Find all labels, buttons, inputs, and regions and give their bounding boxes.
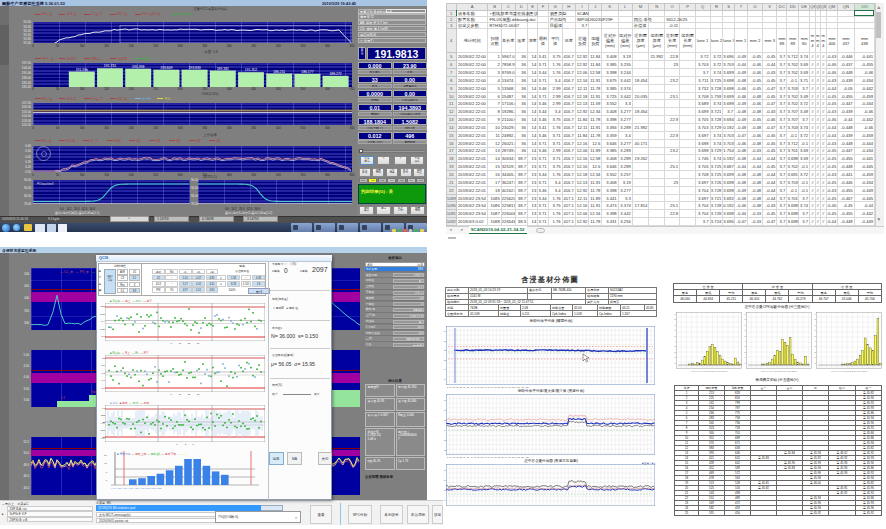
- svg-text:193.849: 193.849: [160, 65, 172, 69]
- svg-text:188.272: 188.272: [329, 71, 341, 75]
- svg-text:193.833: 193.833: [188, 65, 200, 69]
- svg-text:191.352: 191.352: [245, 68, 257, 72]
- svg-text:PV-baseline8: PV-baseline8: [37, 182, 54, 186]
- svg-text:195.598: 195.598: [132, 64, 144, 68]
- svg-text:186.211: 186.211: [273, 69, 285, 73]
- svg-text:5.1: 5.1: [61, 396, 66, 400]
- svg-text:191.731: 191.731: [104, 64, 116, 68]
- svg-text:191.99b: 191.99b: [76, 67, 88, 71]
- svg-text:189.381: 189.381: [217, 66, 229, 70]
- svg-text:186.177: 186.177: [301, 69, 313, 73]
